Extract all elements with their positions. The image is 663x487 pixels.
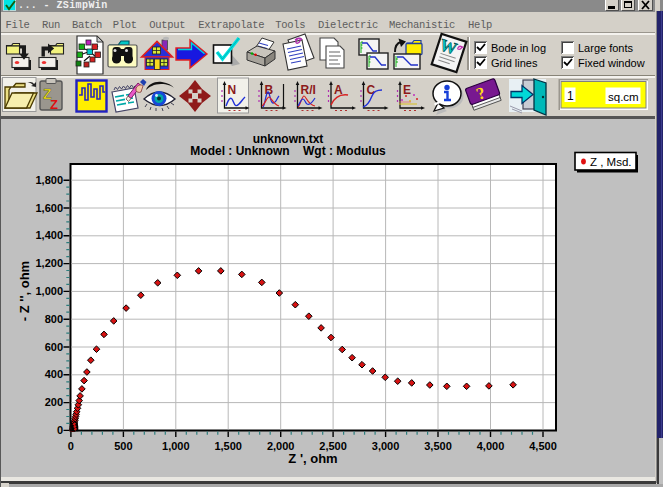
svg-text:800: 800 [45,313,63,325]
svg-text:1,600: 1,600 [35,202,63,214]
svg-text:1,000: 1,000 [35,285,63,297]
svg-text:600: 600 [45,341,63,353]
svg-text:500: 500 [114,440,132,452]
svg-text:400: 400 [45,368,63,380]
svg-text:1,800: 1,800 [35,174,63,186]
svg-text:Z ', ohm: Z ', ohm [288,451,337,466]
svg-text:Model : Unknown Wgt : Modul: Model : Unknown Wgt : Modulus [190,144,386,158]
svg-text:0: 0 [68,440,74,452]
svg-text:4,000: 4,000 [477,440,505,452]
svg-text:1,000: 1,000 [162,440,190,452]
svg-text:200: 200 [45,396,63,408]
svg-text:4,500: 4,500 [529,440,557,452]
svg-text:3,500: 3,500 [424,440,452,452]
svg-text:0: 0 [57,424,63,436]
svg-text:1,400: 1,400 [35,229,63,241]
svg-text:Z , Msd.: Z , Msd. [590,156,632,168]
svg-text:- Z '', ohm: - Z '', ohm [17,261,32,321]
svg-text:1,200: 1,200 [35,257,63,269]
svg-text:1,500: 1,500 [214,440,242,452]
svg-text:3,000: 3,000 [372,440,400,452]
